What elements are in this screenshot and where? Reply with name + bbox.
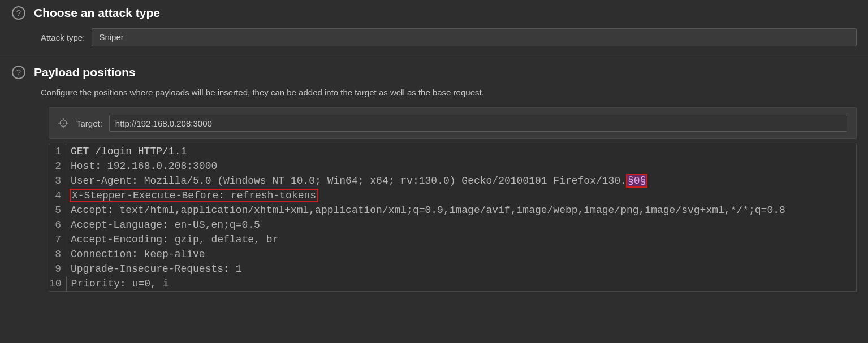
editor-line[interactable]: 9Upgrade-Insecure-Requests: 1 <box>49 262 856 276</box>
line-number: 5 <box>49 203 66 218</box>
line-number: 9 <box>49 262 66 276</box>
attack-type-body: Attack type: Sniper <box>11 28 857 46</box>
payload-positions-section: ? Payload positions Configure the positi… <box>0 59 868 296</box>
line-number: 7 <box>49 232 66 247</box>
attack-type-title: Choose an attack type <box>34 6 160 20</box>
help-icon[interactable]: ? <box>11 65 26 80</box>
editor-line[interactable]: 3User-Agent: Mozilla/5.0 (Windows NT 10.… <box>49 173 856 188</box>
editor-line[interactable]: 8Connection: keep-alive <box>49 247 856 262</box>
target-icon <box>57 117 70 129</box>
line-number: 6 <box>49 218 66 232</box>
editor-line[interactable]: 7Accept-Encoding: gzip, deflate, br <box>49 232 856 247</box>
request-editor[interactable]: 1GET /login HTTP/1.12Host: 192.168.0.208… <box>49 144 857 292</box>
line-content[interactable]: User-Agent: Mozilla/5.0 (Windows NT 10.0… <box>66 173 856 188</box>
section-divider <box>0 57 868 57</box>
line-number: 2 <box>49 159 66 173</box>
line-content[interactable]: Upgrade-Insecure-Requests: 1 <box>66 262 856 276</box>
line-number: 3 <box>49 173 66 188</box>
editor-line[interactable]: 10Priority: u=0, i <box>49 276 856 291</box>
editor-line[interactable]: 6Accept-Language: en-US,en;q=0.5 <box>49 218 856 232</box>
line-number: 10 <box>49 276 67 291</box>
line-content[interactable]: Connection: keep-alive <box>66 247 856 262</box>
payload-positions-header: ? Payload positions <box>11 65 857 80</box>
line-content[interactable]: Accept-Language: en-US,en;q=0.5 <box>66 218 856 232</box>
line-content[interactable]: Accept-Encoding: gzip, deflate, br <box>66 232 856 247</box>
editor-line[interactable]: 4X-Stepper-Execute-Before: refresh-token… <box>49 188 856 203</box>
line-number: 4 <box>49 188 66 203</box>
line-content[interactable]: Priority: u=0, i <box>67 276 856 291</box>
target-label: Target: <box>76 119 102 128</box>
editor-line[interactable]: 2Host: 192.168.0.208:3000 <box>49 159 856 173</box>
line-number: 1 <box>49 144 66 159</box>
target-input[interactable] <box>109 115 847 132</box>
help-icon[interactable]: ? <box>11 6 26 20</box>
line-content[interactable]: X-Stepper-Execute-Before: refresh-tokens <box>66 188 856 203</box>
attack-type-section: ? Choose an attack type Attack type: Sni… <box>0 0 868 51</box>
target-bar: Target: <box>49 107 857 139</box>
attack-type-row: Attack type: Sniper <box>41 28 857 46</box>
line-content[interactable]: GET /login HTTP/1.1 <box>66 144 856 159</box>
attack-type-label: Attack type: <box>41 33 85 42</box>
payload-marker[interactable]: §0§ <box>627 175 646 186</box>
payload-positions-body: Configure the positions where payloads w… <box>11 88 857 292</box>
attack-type-select[interactable]: Sniper <box>92 28 857 46</box>
line-content[interactable]: Accept: text/html,application/xhtml+xml,… <box>66 203 856 218</box>
svg-point-9 <box>63 123 64 124</box>
svg-text:?: ? <box>16 67 21 77</box>
attack-type-header: ? Choose an attack type <box>11 6 857 20</box>
editor-line[interactable]: 5Accept: text/html,application/xhtml+xml… <box>49 203 856 218</box>
payload-positions-title: Payload positions <box>34 66 136 79</box>
line-content[interactable]: Host: 192.168.0.208:3000 <box>66 159 856 173</box>
payload-positions-description: Configure the positions where payloads w… <box>41 88 857 97</box>
highlight-box: §0§ <box>626 174 647 188</box>
svg-text:?: ? <box>16 8 21 18</box>
highlight-box: X-Stepper-Execute-Before: refresh-tokens <box>70 189 318 202</box>
editor-line[interactable]: 1GET /login HTTP/1.1 <box>49 144 856 159</box>
line-number: 8 <box>49 247 66 262</box>
